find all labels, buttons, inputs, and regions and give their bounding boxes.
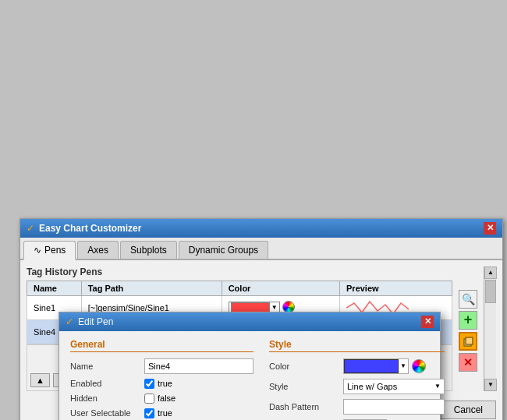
enabled-checkbox[interactable] [144,379,154,389]
enabled-checkbox-row: true [144,379,172,389]
style-color-arrow: ▼ [399,362,408,369]
scroll-up-button[interactable]: ▲ [484,266,497,279]
user-selectable-value: true [158,408,172,418]
table-section-title: Tag History Pens [27,266,452,277]
enabled-row: Enabled true [70,379,254,389]
style-header: Style [269,339,445,352]
enabled-label: Enabled [70,379,144,388]
user-selectable-checkbox-row: true [144,408,172,418]
style-row: Style Line w/ Gaps ▼ [269,379,445,394]
tab-subplots[interactable]: Subplots [120,241,177,259]
scroll-down-button[interactable]: ▼ [484,379,497,391]
tab-dynamic-groups[interactable]: Dynamic Groups [179,241,268,259]
cancel-button[interactable]: Cancel [441,401,496,419]
dialog-title-left: ✓ Edit Pen [66,316,113,327]
svg-rect-1 [466,337,473,344]
user-selectable-checkbox[interactable] [144,408,154,418]
main-title-bar: ✓ Easy Chart Customizer ✕ [20,219,502,238]
search-button[interactable]: 🔍 [459,290,477,309]
copy-icon [463,336,473,347]
delete-button[interactable]: ✕ [459,353,477,372]
dialog-title: Edit Pen [78,316,113,327]
dialog-columns: General Name Enabled true [70,339,429,421]
tab-axes[interactable]: Axes [77,241,119,259]
col-header-tagpath: Tag Path [81,281,222,295]
copy-button[interactable] [459,332,477,351]
scroll-thumb[interactable] [485,280,496,303]
hidden-checkbox-row: false [144,394,176,404]
style-color-row: ▼ [343,358,426,374]
color-row: Color ▼ [269,358,445,374]
hidden-value: false [158,394,176,403]
dash-pattern-row: Dash Pattern [269,399,445,415]
user-selectable-label: User Selectable [70,408,144,418]
sidebar-buttons: 🔍 + ✕ [456,266,480,391]
col-header-color: Color [222,281,339,295]
style-style-label: Style [269,382,343,391]
style-style-select[interactable]: Line w/ Gaps ▼ [343,379,445,394]
pens-tab-icon: ∿ [34,245,41,256]
tab-pens[interactable]: ∿ Pens [23,241,76,260]
app-icon: ✓ [27,223,34,234]
axes-tab-label: Axes [87,245,108,256]
main-window-title: Easy Chart Customizer [39,223,141,234]
tab-bar: ∿ Pens Axes Subplots Dynamic Groups [20,238,502,260]
hidden-checkbox[interactable] [144,394,154,404]
enabled-value: true [158,379,172,388]
pens-tab-label: Pens [44,245,66,256]
dialog-icon: ✓ [66,316,73,327]
style-dropdown-arrow: ▼ [434,383,441,390]
dynamic-groups-tab-label: Dynamic Groups [189,245,258,256]
dialog-close-button[interactable]: ✕ [421,316,434,328]
hidden-label: Hidden [70,394,144,403]
general-column: General Name Enabled true [70,339,254,421]
dash-pattern-input[interactable] [343,399,445,415]
main-close-button[interactable]: ✕ [484,222,496,235]
style-column: Style Color ▼ S [269,339,445,421]
subplots-tab-label: Subplots [130,245,167,256]
style-color-swatch [344,359,399,373]
style-style-value: Line w/ Gaps [347,382,397,391]
add-button[interactable]: + [459,311,477,330]
row1-dropdown-arrow: ▼ [271,304,278,311]
edit-pen-dialog: ✓ Edit Pen ✕ General Name Enabled [58,312,441,421]
col-header-preview: Preview [340,281,452,295]
move-up-button[interactable]: ▲ [30,373,50,387]
dialog-body: General Name Enabled true [59,331,440,421]
style-color-picker[interactable] [412,359,426,373]
dialog-title-bar: ✓ Edit Pen ✕ [59,312,440,331]
title-bar-left: ✓ Easy Chart Customizer [27,223,141,234]
general-header: General [70,339,254,352]
name-row: Name [70,358,254,374]
col-header-name: Name [27,281,82,295]
name-input[interactable] [144,358,254,374]
scroll-track [484,279,496,379]
name-label: Name [70,362,144,371]
dash-pattern-label: Dash Pattern [269,402,343,411]
hidden-row: Hidden false [70,394,254,404]
style-color-label: Color [269,362,343,371]
style-color-dropdown[interactable]: ▼ [343,358,409,374]
scrollbar[interactable]: ▲ ▼ [484,266,496,391]
user-selectable-row: User Selectable true [70,408,254,418]
